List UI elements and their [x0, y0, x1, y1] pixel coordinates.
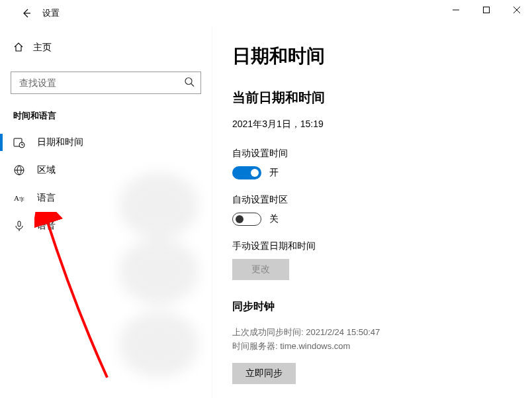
- manual-datetime-label: 手动设置日期和时间: [232, 240, 512, 252]
- close-button[interactable]: [502, 0, 532, 20]
- maximize-icon: [483, 7, 490, 13]
- auto-time-state: 开: [269, 167, 279, 179]
- close-icon: [513, 7, 520, 13]
- titlebar: 设置: [0, 0, 532, 26]
- home-icon: [13, 42, 24, 54]
- maximize-button[interactable]: [471, 0, 502, 20]
- section-sync-clock: 同步时钟: [232, 300, 512, 314]
- back-arrow-icon: [21, 8, 32, 19]
- sidebar-item-language[interactable]: A字 语言: [0, 184, 212, 212]
- sync-info: 上次成功同步时间: 2021/2/24 15:50:47 时间服务器: time…: [232, 326, 512, 354]
- sidebar: 主页 时间和语言 日期和时间 区域 A字 语言: [0, 26, 212, 398]
- svg-rect-1: [484, 7, 490, 13]
- current-datetime-value: 2021年3月1日，15:19: [232, 119, 512, 130]
- sidebar-item-label: 语音: [37, 220, 56, 232]
- window-controls: [441, 0, 532, 20]
- minimize-button[interactable]: [441, 0, 471, 20]
- svg-text:A: A: [14, 194, 19, 202]
- minimize-icon: [453, 7, 459, 13]
- sidebar-item-label: 区域: [37, 164, 56, 176]
- sync-server: 时间服务器: time.windows.com: [232, 340, 512, 354]
- sidebar-section-label: 时间和语言: [13, 110, 212, 122]
- content-pane: 日期和时间 当前日期和时间 2021年3月1日，15:19 自动设置时间 开 自…: [212, 26, 532, 398]
- sidebar-item-label: 日期和时间: [37, 136, 83, 148]
- svg-rect-11: [18, 221, 21, 226]
- search-input[interactable]: [11, 72, 201, 94]
- language-icon: A字: [13, 192, 25, 204]
- auto-timezone-label: 自动设置时区: [232, 194, 512, 206]
- auto-timezone-toggle[interactable]: [232, 213, 261, 226]
- home-button[interactable]: 主页: [0, 34, 212, 61]
- window-title: 设置: [42, 7, 60, 19]
- sidebar-item-date-time[interactable]: 日期和时间: [0, 128, 212, 156]
- sidebar-item-label: 语言: [37, 192, 56, 204]
- auto-time-toggle[interactable]: [232, 166, 261, 179]
- sync-last-time: 上次成功同步时间: 2021/2/24 15:50:47: [232, 326, 512, 340]
- globe-icon: [13, 164, 25, 176]
- page-title: 日期和时间: [232, 44, 512, 69]
- search-wrap: [11, 72, 201, 94]
- calendar-clock-icon: [13, 136, 25, 148]
- auto-time-label: 自动设置时间: [232, 148, 512, 160]
- home-label: 主页: [33, 42, 52, 54]
- section-current-datetime: 当前日期和时间: [232, 89, 512, 107]
- auto-timezone-state: 关: [269, 213, 279, 225]
- back-button[interactable]: [13, 0, 40, 26]
- sidebar-item-region[interactable]: 区域: [0, 156, 212, 184]
- change-button[interactable]: 更改: [232, 259, 289, 280]
- sync-now-button[interactable]: 立即同步: [232, 363, 296, 384]
- sidebar-item-speech[interactable]: 语音: [0, 212, 212, 240]
- svg-text:字: 字: [19, 197, 24, 203]
- microphone-icon: [13, 220, 25, 232]
